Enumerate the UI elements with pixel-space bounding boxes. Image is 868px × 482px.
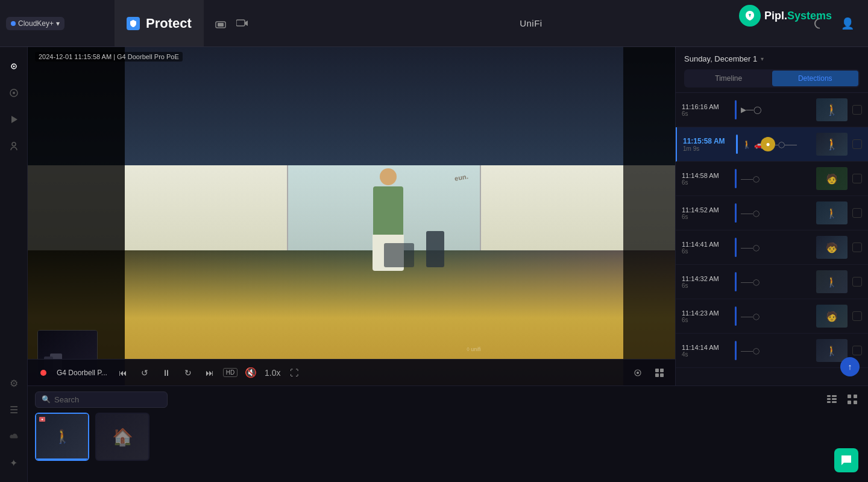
svg-rect-19 [827,401,831,403]
svg-point-6 [13,92,15,94]
detection-duration: 4s [682,351,730,358]
protect-section[interactable]: Protect [115,0,204,46]
panel-header: Sunday, December 1 ▾ Timeline Detections [676,47,868,93]
mute-btn[interactable]: 🔇 [242,364,259,381]
pause-btn[interactable]: ⏸ [158,364,175,381]
detection-timeline: ——◯ [735,166,811,191]
sidebar-item-playback[interactable] [3,109,25,130]
detection-thumbnail[interactable]: 🚶 [816,201,848,224]
detection-timeline: ——◯ [735,304,811,328]
detection-thumbnail[interactable]: 🧒 [816,236,848,259]
date-chevron-icon[interactable]: ▾ [761,55,764,62]
device-icon-btn[interactable] [210,13,231,34]
detection-checkbox[interactable] [852,243,862,252]
sidebar-item-detection[interactable] [3,135,25,157]
detection-checkbox[interactable] [852,105,862,115]
topbar-left: CloudKey+ ▾ [0,17,115,30]
video-controls-bar: G4 Doorbell P... ⏮ ↺ ⏸ ↻ ⏭ HD 🔇 1.0x ⛶ [28,359,675,385]
user-icon-btn[interactable]: 👤 [837,13,858,34]
detection-item-selected[interactable]: 11:15:58 AM 1m 9s 🚶 🚗 ——◯—— ● [676,127,868,162]
detection-time: 11:14:58 AM [682,172,730,179]
grid-view-btn[interactable] [844,391,861,408]
thumb-inner: 🚶 [816,270,848,293]
cloudkey-selector[interactable]: CloudKey+ ▾ [6,17,64,30]
detection-thumbnail[interactable]: 🚶 [816,133,848,156]
video-feed: eun. ◊ unifi [28,47,675,385]
camera-thumb-1[interactable]: 🚶 ● [35,413,89,461]
video-player[interactable]: 2024-12-01 11:15:58 AM | G4 Doorbell Pro… [28,47,675,385]
play-icon: ▶—◯ [741,106,761,114]
rewind-btn[interactable]: ↺ [136,364,153,381]
speed-btn[interactable]: 1.0x [264,364,281,381]
chat-button[interactable] [834,448,858,472]
detection-checkbox[interactable] [852,139,862,149]
skip-end-btn[interactable]: ⏭ [201,364,218,381]
detection-item[interactable]: 11:14:41 AM 6s ——◯ 🧒 [676,230,868,265]
detection-time: 11:14:23 AM [682,309,730,317]
detection-thumbnail[interactable]: 🚶 [816,339,848,362]
layout-btn[interactable] [651,364,668,381]
svg-rect-13 [655,373,659,377]
date-row: Sunday, December 1 ▾ [684,54,860,63]
svg-marker-7 [11,116,17,123]
detection-time-selected: 11:15:58 AM [683,137,731,145]
sidebar-item-settings[interactable]: ⚙ [3,372,25,394]
detection-checkbox[interactable] [852,277,862,287]
detection-list[interactable]: 11:16:16 AM 6s ▶—◯ 🚶 [676,93,868,385]
detection-duration: 6s [682,317,730,323]
detection-bar [735,100,737,119]
thumb-inner: 🚶 [816,201,848,224]
topbar-middle: UniFi [253,18,809,28]
detection-checkbox[interactable] [852,174,862,183]
detection-thumbnail[interactable]: 🧑 [816,167,848,190]
svg-rect-24 [854,401,857,404]
detection-time-col: 11:14:58 AM 6s [682,172,730,186]
search-input[interactable] [54,395,161,404]
detection-time: 11:14:52 AM [682,206,730,214]
camera-thumb-2[interactable]: 🏠 [95,413,149,461]
recording-dot [40,370,46,376]
list-view-btn[interactable] [823,391,840,408]
unifi-title: UniFi [520,18,542,28]
detection-thumbnail[interactable]: 🧑 [816,305,848,328]
detection-icons: ▶—◯ [741,106,761,114]
detection-icons: ——◯ [741,176,760,182]
detection-item[interactable]: 11:16:16 AM 6s ▶—◯ 🚶 [676,93,868,127]
svg-point-4 [13,66,14,68]
detection-duration: 6s [682,282,730,289]
tab-timeline[interactable]: Timeline [685,71,772,86]
detection-time-col: 11:16:16 AM 6s [682,103,730,117]
scroll-up-button[interactable]: ↑ [840,357,860,376]
svg-rect-15 [827,395,831,397]
detection-item[interactable]: 11:14:52 AM 6s ——◯ 🚶 [676,196,868,230]
detection-item[interactable]: 11:14:23 AM 6s ——◯ 🧑 [676,299,868,334]
fullscreen-btn[interactable]: ⛶ [286,364,303,381]
sidebar-item-more[interactable]: ✦ [3,452,25,474]
detection-item[interactable]: 11:14:58 AM 6s ——◯ 🧑 [676,162,868,196]
detection-item[interactable]: 11:14:14 AM 4s ——◯ 🚶 [676,334,868,368]
detection-checkbox[interactable] [852,208,862,218]
room-dark-right [623,47,675,385]
detection-bar [735,203,737,223]
detection-checkbox[interactable] [852,346,862,355]
tab-detections[interactable]: Detections [772,71,859,86]
sidebar-item-camera[interactable] [3,55,25,77]
detection-thumbnail[interactable]: 🚶 [816,270,848,293]
sidebar-item-list[interactable]: ☰ [3,399,25,420]
svg-rect-14 [660,373,664,377]
search-input-wrap[interactable]: 🔍 [35,392,168,408]
sidebar-item-cloud[interactable] [3,425,25,447]
camera-settings-btn[interactable] [629,364,646,381]
detection-checkbox[interactable] [852,311,862,321]
sidebar-item-liveview[interactable] [3,82,25,104]
device2-icon-btn[interactable] [231,13,253,34]
detection-thumbnail[interactable]: 🚶 [816,98,848,121]
detection-bar [735,306,737,326]
camera-active-indicator [36,458,88,460]
detection-item[interactable]: 11:14:32 AM 6s ——◯ 🚶 [676,265,868,299]
thumb-inner: 🚶 [816,133,848,156]
hd-quality-badge[interactable]: HD [223,368,237,377]
person-head [380,168,397,185]
skip-start-btn[interactable]: ⏮ [115,364,131,381]
forward-btn[interactable]: ↻ [180,364,197,381]
